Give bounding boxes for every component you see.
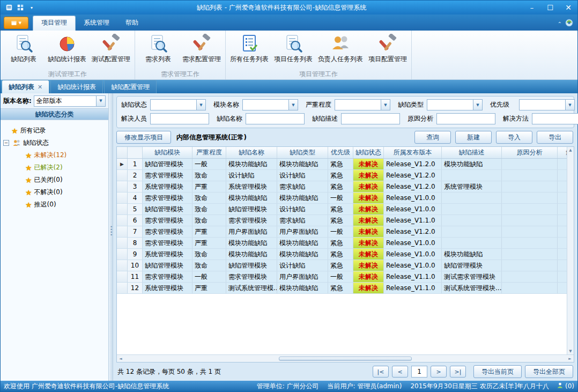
- filter-input-缺陷名称[interactable]: [246, 113, 305, 124]
- column-header-status[interactable]: 缺陷状态: [353, 147, 384, 158]
- cell-severity: 严重: [192, 226, 226, 237]
- dropdown-arrow-icon[interactable]: ▼: [96, 96, 105, 106]
- table-row[interactable]: 5缺陷管理模块致命缺陷管理模块设计缺陷紧急未解决Release_V1.0.0: [117, 204, 574, 215]
- modules-icon[interactable]: [16, 3, 25, 12]
- row-indicator: [117, 249, 128, 260]
- scroll-up-icon[interactable]: ▲: [569, 148, 572, 152]
- close-tab-icon[interactable]: ✕: [38, 84, 42, 91]
- export-all-pages-button[interactable]: 导出全部页: [525, 365, 573, 378]
- ribbon-button-缺陷统计报表[interactable]: 缺陷统计报表: [45, 32, 89, 64]
- cell-type: 需求缺陷: [277, 181, 328, 192]
- column-header-module[interactable]: 缺陷模块: [143, 147, 192, 158]
- collapse-icon[interactable]: −: [3, 140, 9, 146]
- table-row[interactable]: 3系统管理模块严重系统管理模块需求缺陷紧急未解决Release_V1.2.0系统…: [117, 181, 574, 193]
- horizontal-scrollbar[interactable]: ◄ ►: [117, 354, 574, 362]
- cell-module: 需求管理模块: [143, 271, 192, 282]
- new-button[interactable]: 新建: [455, 131, 492, 144]
- collapse-ribbon-icon[interactable]: ⌃: [558, 21, 562, 27]
- export-current-page-button[interactable]: 导出当前页: [473, 365, 522, 378]
- ribbon-tab-0[interactable]: 项目管理: [33, 16, 76, 31]
- column-header-description[interactable]: 缺陷描述: [442, 147, 502, 158]
- column-header-severity[interactable]: 严重程度: [192, 147, 226, 158]
- version-combo[interactable]: 全部版本 ▼: [34, 95, 106, 107]
- ribbon-button-需求列表[interactable]: 需求列表: [137, 32, 180, 64]
- filter-input-解决人员[interactable]: [150, 113, 209, 124]
- column-header-priority[interactable]: 优先级: [328, 147, 353, 158]
- table-row[interactable]: 10缺陷管理模块致命缺陷管理模块设计缺陷紧急未解决Release_V1.0.0缺…: [117, 260, 574, 271]
- next-page-button[interactable]: >: [431, 366, 447, 378]
- doc-tab-2[interactable]: 缺陷配置管理: [104, 80, 157, 93]
- ribbon-tab-2[interactable]: 帮助: [117, 16, 146, 31]
- dropdown-arrow-icon[interactable]: ▼: [565, 100, 574, 110]
- first-page-button[interactable]: |<: [373, 366, 389, 378]
- tree-item-缺陷状态[interactable]: −缺陷状态: [4, 137, 108, 149]
- current-user: 当前用户: 管理员(admin): [328, 382, 402, 391]
- import-button[interactable]: 导入: [496, 131, 532, 144]
- scroll-left-icon[interactable]: ◄: [117, 357, 124, 361]
- tree-item-已解决(2)[interactable]: ★已解决(2): [4, 161, 108, 174]
- filter-combo-模块名称[interactable]: ▼: [242, 99, 298, 110]
- column-header-release[interactable]: 所属发布版本: [384, 147, 442, 158]
- page-number-input[interactable]: [411, 366, 427, 378]
- tree-item-不解决(0)[interactable]: ★不解决(0): [4, 186, 108, 198]
- dropdown-arrow-icon[interactable]: ▾: [27, 3, 36, 12]
- query-button[interactable]: 查询: [414, 131, 451, 144]
- ribbon-button-负责人任务列表[interactable]: 负责人任务列表: [315, 32, 366, 64]
- ribbon-button-缺陷列表[interactable]: 缺陷列表: [2, 32, 45, 64]
- modify-columns-button[interactable]: 修改显示项目: [116, 131, 171, 144]
- table-row[interactable]: 4需求管理模块致命模块功能缺陷模块功能缺陷一般未解决Release_V1.0.0: [117, 193, 574, 204]
- doc-tab-0[interactable]: 缺陷列表✕: [2, 80, 49, 93]
- column-header-name[interactable]: 缺陷名称: [226, 147, 277, 158]
- dropdown-arrow-icon[interactable]: ▼: [288, 100, 298, 110]
- filter-label-原因分析: 原因分析: [407, 114, 436, 123]
- ribbon-tab-1[interactable]: 系统管理: [76, 16, 117, 31]
- cell-module: 需求管理模块: [143, 238, 192, 248]
- ribbon-button-项目任务列表[interactable]: 项目任务列表: [271, 32, 315, 64]
- table-row[interactable]: ▶1缺陷管理模块一般模块功能缺陷模块功能缺陷紧急未解决Release_V1.2.…: [117, 159, 574, 170]
- table-row[interactable]: 9系统管理模块致命模块功能缺陷模块功能缺陷紧急未解决Release_V1.0.0…: [117, 249, 574, 260]
- dropdown-arrow-icon[interactable]: ▼: [381, 100, 390, 110]
- table-row[interactable]: 7需求管理模块严重用户界面缺陷用户界面缺陷一般未解决Release_V1.2.0: [117, 226, 574, 238]
- scroll-right-icon[interactable]: ►: [566, 357, 574, 361]
- filter-combo-严重程度[interactable]: ▼: [335, 99, 390, 110]
- filter-combo-缺陷状态[interactable]: ▼: [150, 99, 206, 110]
- app-menu-button[interactable]: ▼: [4, 17, 28, 29]
- scrollbar-thumb[interactable]: [279, 357, 411, 361]
- tree-item-所有记录[interactable]: ★所有记录: [4, 124, 108, 137]
- table-row[interactable]: 11需求管理模块一般需求管理模块用户界面缺陷一般未解决Release_V1.1.…: [117, 271, 574, 283]
- export-button[interactable]: 导出: [537, 131, 573, 144]
- tree-item-推迟(0)[interactable]: ★推迟(0): [4, 198, 108, 211]
- filter-combo-缺陷类型[interactable]: ▼: [427, 99, 483, 110]
- table-row[interactable]: 6需求管理模块致命需求管理模块需求缺陷紧急未解决Release_V1.1.0: [117, 215, 574, 226]
- sidebar-splitter[interactable]: ••••: [109, 93, 113, 381]
- star-icon: ★: [25, 188, 32, 197]
- vertical-scrollbar[interactable]: ▲ ▼: [567, 147, 574, 354]
- filter-input-原因分析[interactable]: [436, 113, 495, 124]
- minimize-button[interactable]: –: [523, 1, 541, 14]
- maximize-button[interactable]: ☐: [541, 1, 559, 14]
- close-button[interactable]: ✕: [559, 1, 577, 14]
- document-tab-strip: 缺陷列表✕缺陷统计报表缺陷配置管理: [1, 80, 577, 93]
- column-header-type[interactable]: 缺陷类型: [277, 147, 328, 158]
- ribbon-button-项目配置管理[interactable]: 项目配置管理: [366, 32, 410, 64]
- table-row[interactable]: 8需求管理模块严重模块功能缺陷模块功能缺陷紧急未解决Release_V1.0.0: [117, 238, 574, 249]
- last-page-button[interactable]: >|: [450, 366, 466, 378]
- help-icon[interactable]: [565, 19, 573, 28]
- filter-input-解决方法[interactable]: [532, 113, 578, 124]
- table-row[interactable]: 12系统管理模块严重测试系统管理模...模块功能缺陷紧急未解决Release_V…: [117, 283, 574, 294]
- app-icon[interactable]: [5, 3, 13, 12]
- column-header-analysis[interactable]: 原因分析: [502, 147, 558, 158]
- table-row[interactable]: 2需求管理模块致命设计缺陷设计缺陷紧急未解决Release_V1.2.0: [117, 170, 574, 181]
- dropdown-arrow-icon[interactable]: ▼: [473, 100, 482, 110]
- doc-tab-1[interactable]: 缺陷统计报表: [50, 80, 103, 93]
- dropdown-arrow-icon[interactable]: ▼: [196, 100, 205, 110]
- ribbon-button-需求配置管理[interactable]: 需求配置管理: [180, 32, 224, 64]
- tree-item-已关闭(0)[interactable]: ★已关闭(0): [4, 174, 108, 186]
- prev-page-button[interactable]: <: [392, 366, 408, 378]
- filter-combo-优先级[interactable]: ▼: [519, 99, 575, 110]
- ribbon-button-所有任务列表[interactable]: 所有任务列表: [227, 32, 271, 64]
- tree-item-未解决(12)[interactable]: ★未解决(12): [4, 149, 108, 161]
- filter-input-缺陷描述[interactable]: [341, 113, 400, 124]
- scroll-down-icon[interactable]: ▼: [569, 349, 572, 353]
- ribbon-button-测试配置管理[interactable]: 测试配置管理: [89, 32, 133, 64]
